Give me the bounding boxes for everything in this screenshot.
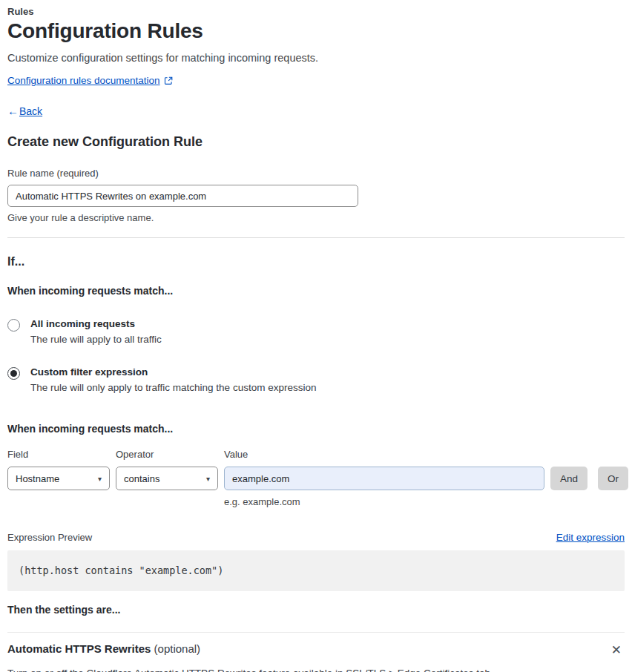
field-column: Field Hostname ▾	[7, 449, 110, 490]
radio-description: The rule will apply to all traffic	[30, 334, 162, 345]
rule-name-group: Rule name (required) Give your rule a de…	[7, 168, 625, 223]
setting-divider	[7, 632, 625, 633]
radio-option-custom-filter[interactable]: Custom filter expression The rule will o…	[7, 366, 625, 393]
setting-automatic-https-rewrites: Automatic HTTPS Rewrites (optional) ✕ Tu…	[7, 622, 625, 672]
rule-name-help: Give your rule a descriptive name.	[7, 212, 625, 223]
radio-label: Custom filter expression	[30, 366, 316, 378]
chevron-down-icon: ▾	[206, 475, 210, 483]
edit-expression-link[interactable]: Edit expression	[556, 532, 625, 543]
expression-preview-code: (http.host contains "example.com")	[7, 550, 625, 591]
rule-name-label: Rule name (required)	[7, 168, 625, 179]
back-link[interactable]: Back	[19, 105, 42, 117]
and-button[interactable]: And	[550, 467, 587, 490]
documentation-link-row: Configuration rules documentation	[7, 75, 625, 86]
setting-title: Automatic HTTPS Rewrites	[7, 642, 151, 655]
field-label: Field	[7, 449, 110, 460]
page-subtitle: Customize configuration settings for mat…	[7, 52, 625, 64]
if-section-title: If...	[7, 255, 625, 269]
radio-description: The rule will only apply to traffic matc…	[30, 382, 316, 393]
field-select[interactable]: Hostname ▾	[7, 467, 110, 490]
operator-label: Operator	[116, 449, 218, 460]
and-or-buttons: And Or	[550, 467, 628, 490]
rule-name-input[interactable]	[7, 185, 358, 207]
field-select-value: Hostname	[16, 473, 59, 484]
then-heading: Then the settings are...	[7, 604, 625, 616]
radio-option-all-requests[interactable]: All incoming requests The rule will appl…	[7, 318, 625, 345]
external-link-icon	[164, 76, 173, 85]
spacer-label	[550, 449, 628, 460]
page-title: Configuration Rules	[7, 19, 625, 43]
setting-title-row: Automatic HTTPS Rewrites (optional)	[7, 642, 200, 655]
expression-preview-row: Expression Preview Edit expression	[7, 532, 625, 543]
operator-column: Operator contains ▾	[116, 449, 218, 490]
value-column: Value e.g. example.com	[224, 449, 544, 507]
radio-option-text: All incoming requests The rule will appl…	[30, 318, 162, 345]
radio-dot	[10, 370, 17, 377]
section-divider	[7, 237, 625, 238]
operator-select[interactable]: contains ▾	[116, 467, 218, 490]
radio-button-selected[interactable]	[7, 367, 20, 380]
and-or-column: And Or	[550, 449, 628, 490]
radio-label: All incoming requests	[30, 318, 162, 329]
radio-button-unselected[interactable]	[7, 319, 20, 332]
operator-select-value: contains	[124, 473, 159, 484]
back-arrow-icon: ←	[7, 105, 19, 117]
configuration-rules-page: Rules Configuration Rules Customize conf…	[0, 0, 632, 672]
expression-preview-label: Expression Preview	[7, 532, 92, 543]
value-label: Value	[224, 449, 544, 460]
match-heading: When incoming requests match...	[7, 285, 625, 297]
documentation-link[interactable]: Configuration rules documentation	[7, 75, 160, 86]
back-link-row: ← Back	[7, 105, 625, 117]
setting-description: Turn on or off the Cloudflare Automatic …	[7, 668, 625, 672]
chevron-down-icon: ▾	[98, 475, 102, 483]
breadcrumb: Rules	[7, 6, 625, 17]
close-icon[interactable]: ✕	[608, 642, 625, 658]
expression-builder-row: Field Hostname ▾ Operator contains ▾ Val…	[7, 449, 625, 507]
radio-option-text: Custom filter expression The rule will o…	[30, 366, 316, 393]
setting-optional-label: (optional)	[151, 642, 200, 655]
value-input[interactable]	[224, 467, 544, 490]
or-button[interactable]: Or	[598, 467, 628, 490]
expression-builder-heading: When incoming requests match...	[7, 423, 625, 435]
create-rule-title: Create new Configuration Rule	[7, 134, 625, 150]
setting-header: Automatic HTTPS Rewrites (optional) ✕	[7, 642, 625, 658]
value-help: e.g. example.com	[224, 496, 544, 507]
